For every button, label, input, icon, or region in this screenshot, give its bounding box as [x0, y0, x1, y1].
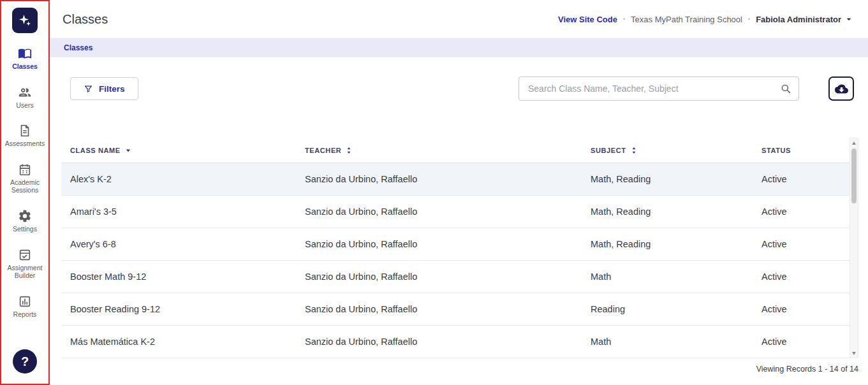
cell-status: Active	[753, 174, 850, 184]
content-area: Filters CLASS NAME	[50, 76, 868, 374]
column-label: SUBJECT	[591, 147, 626, 154]
user-menu[interactable]: Fabiola Administrator	[756, 14, 854, 24]
records-info: Viewing Records 1 - 14 of 14	[50, 365, 858, 374]
column-header-class-name[interactable]: CLASS NAME	[61, 146, 296, 155]
cell-subject: Math	[582, 272, 753, 282]
sort-icon	[344, 146, 353, 155]
app-logo[interactable]	[12, 8, 38, 33]
sidebar-item-academic-sessions[interactable]: Academic Sessions	[1, 158, 48, 199]
help-label: ?	[21, 354, 29, 369]
bar-chart-icon	[18, 294, 32, 309]
cell-class-name: Más Matemática K-2	[61, 337, 296, 347]
header-right: View Site Code • Texas MyPath Training S…	[558, 14, 854, 24]
cell-class-name: Booster Reading 9-12	[61, 304, 296, 314]
cell-status: Active	[753, 337, 850, 347]
column-header-teacher[interactable]: TEACHER	[296, 146, 582, 155]
cell-status: Active	[753, 239, 850, 249]
table-row[interactable]: Más Matemática K-2 Sanzio da Urbino, Raf…	[61, 326, 850, 358]
sidebar-item-label: Classes	[12, 62, 38, 71]
cell-class-name: Avery's 6-8	[61, 239, 296, 249]
sidebar-item-users[interactable]: Users	[1, 81, 48, 114]
table-row[interactable]: Avery's 6-8 Sanzio da Urbino, Raffaello …	[61, 228, 850, 261]
cell-subject: Math, Reading	[582, 174, 753, 184]
sidebar-item-reports[interactable]: Reports	[1, 290, 48, 323]
gear-icon	[18, 209, 32, 223]
search-button[interactable]	[773, 77, 798, 100]
cell-status: Active	[753, 207, 850, 217]
classes-table: CLASS NAME TEACHER SUBJECT STATUS	[61, 138, 858, 358]
cell-class-name: Alex's K-2	[61, 174, 296, 184]
sidebar-item-assessments[interactable]: Assessments	[1, 119, 48, 152]
table-row[interactable]: Alex's K-2 Sanzio da Urbino, Raffaello M…	[61, 163, 850, 196]
sidebar-item-settings[interactable]: Settings	[1, 205, 48, 238]
scrollbar-thumb[interactable]	[851, 149, 857, 203]
sidebar-item-label: Settings	[13, 225, 37, 233]
column-label: TEACHER	[305, 147, 341, 154]
table-row[interactable]: Booster Math 9-12 Sanzio da Urbino, Raff…	[61, 261, 850, 293]
school-name: Texas MyPath Training School	[631, 15, 742, 24]
sort-icon	[629, 146, 638, 155]
scroll-down-arrow[interactable]	[850, 349, 858, 358]
page-title: Classes	[63, 12, 108, 27]
sidebar-item-classes[interactable]: Classes	[1, 42, 48, 75]
user-name: Fabiola Administrator	[756, 15, 841, 24]
sidebar: Classes Users Assessments Academic Sessi…	[0, 0, 50, 385]
main-area: Classes View Site Code • Texas MyPath Tr…	[50, 0, 868, 385]
cell-status: Active	[753, 304, 850, 314]
toolbar: Filters	[70, 76, 854, 101]
sidebar-item-label: Reports	[13, 310, 37, 319]
sidebar-item-label: Users	[16, 101, 33, 110]
cloud-download-icon	[835, 82, 848, 96]
sort-desc-icon	[124, 146, 133, 155]
cell-subject: Math, Reading	[582, 239, 753, 249]
search-input[interactable]	[519, 77, 773, 100]
column-header-status[interactable]: STATUS	[753, 147, 850, 154]
column-label: CLASS NAME	[70, 147, 121, 154]
view-site-code-link[interactable]: View Site Code	[558, 15, 617, 24]
cell-teacher: Sanzio da Urbino, Raffaello	[296, 272, 582, 282]
scroll-up-arrow[interactable]	[850, 138, 858, 147]
cell-status: Active	[753, 272, 850, 282]
cell-subject: Math, Reading	[582, 207, 753, 217]
table-row[interactable]: Booster Reading 9-12 Sanzio da Urbino, R…	[61, 293, 850, 326]
table-row[interactable]: Amari's 3-5 Sanzio da Urbino, Raffaello …	[61, 196, 850, 228]
sparkle-icon	[17, 13, 33, 28]
chevron-down-icon	[844, 14, 854, 24]
filters-button[interactable]: Filters	[70, 77, 138, 100]
cell-class-name: Amari's 3-5	[61, 207, 296, 217]
sidebar-item-label: Assignment Builder	[3, 264, 47, 280]
column-label: STATUS	[761, 147, 791, 154]
cell-teacher: Sanzio da Urbino, Raffaello	[296, 304, 582, 314]
top-header: Classes View Site Code • Texas MyPath Tr…	[50, 0, 868, 38]
table-header-row: CLASS NAME TEACHER SUBJECT STATUS	[61, 138, 850, 163]
book-icon	[18, 47, 32, 61]
sidebar-nav: Classes Users Assessments Academic Sessi…	[1, 42, 48, 328]
sidebar-item-label: Academic Sessions	[3, 178, 47, 194]
cell-teacher: Sanzio da Urbino, Raffaello	[296, 337, 582, 347]
users-icon	[18, 85, 32, 99]
sidebar-item-label: Assessments	[5, 140, 45, 148]
help-button[interactable]: ?	[13, 349, 37, 374]
table-scrollbar[interactable]	[850, 138, 858, 358]
breadcrumb-item-classes[interactable]: Classes	[64, 43, 92, 52]
document-icon	[18, 124, 32, 138]
cell-subject: Reading	[582, 304, 753, 314]
assignment-builder-icon	[18, 248, 32, 262]
separator-dot: •	[748, 16, 750, 22]
cell-teacher: Sanzio da Urbino, Raffaello	[296, 239, 582, 249]
cell-teacher: Sanzio da Urbino, Raffaello	[296, 207, 582, 217]
cell-teacher: Sanzio da Urbino, Raffaello	[296, 174, 582, 184]
filters-label: Filters	[99, 84, 125, 94]
breadcrumb: Classes	[50, 38, 868, 57]
column-header-subject[interactable]: SUBJECT	[582, 146, 753, 155]
cell-class-name: Booster Math 9-12	[61, 272, 296, 282]
cell-subject: Math	[582, 337, 753, 347]
search-box	[519, 76, 799, 101]
download-button[interactable]	[828, 76, 854, 101]
sidebar-item-assignment-builder[interactable]: Assignment Builder	[1, 243, 48, 284]
separator-dot: •	[623, 16, 625, 22]
filter-icon	[84, 84, 93, 94]
calendar-icon	[18, 163, 32, 177]
search-icon	[780, 83, 791, 94]
